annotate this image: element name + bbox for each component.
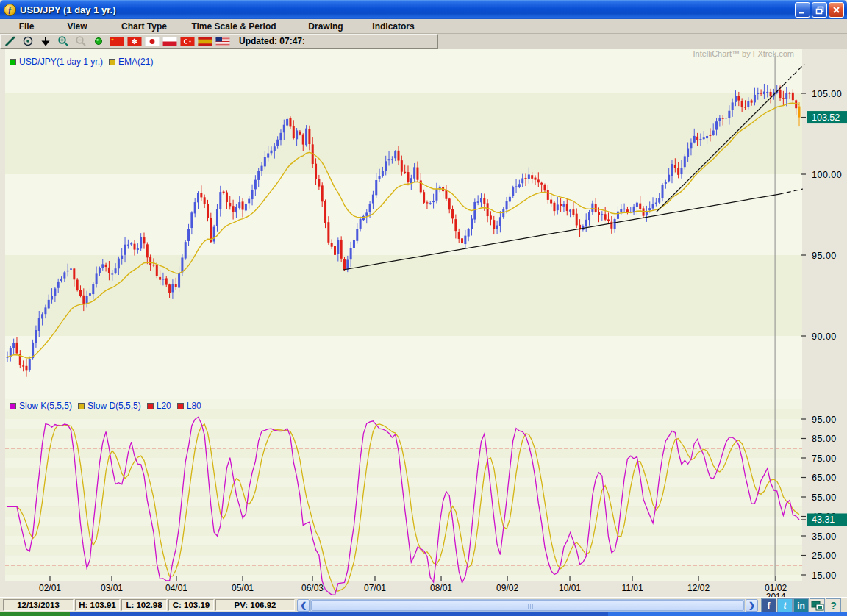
price-legend-item: EMA(21) [109,57,153,67]
stoch-axis-label: 65.00 [812,473,837,483]
stoch-legend-label: L20 [157,401,171,411]
x-axis-label: 09/02 [496,583,518,593]
chart-region: 105.00100.0095.0090.0095.0085.0075.0065.… [0,49,847,597]
x-axis-label: 04/01 [165,583,187,593]
app-icon: ƒ [4,4,16,16]
x-axis-label: 08/01 [430,583,452,593]
x-axis-label: 07/01 [364,583,386,593]
window-title: USD/JPY (1 day 1 yr.) [20,4,116,15]
green-dot-icon[interactable] [90,35,107,47]
draw-line-icon[interactable] [2,35,18,47]
price-legend-label: EMA(21) [118,57,153,67]
taskbar-tray-edge [608,612,847,616]
start-button-edge[interactable] [0,612,70,616]
current-price-box-label: 103.52 [812,112,840,123]
x-axis-label: 05/01 [232,583,254,593]
flag-usa-icon[interactable] [215,36,230,46]
linkedin-icon[interactable]: in [793,598,809,612]
price-legend: USD/JPY(1 day 1 yr.)EMA(21) [10,57,153,67]
stoch-legend-label: L80 [187,401,201,411]
stoch-axis-label: 55.00 [812,493,837,503]
x-axis-label: 10/01 [559,583,581,593]
status-low: L: 102.98 [121,599,167,611]
stoch-legend-item: L80 [177,401,201,411]
price-legend-label: USD/JPY(1 day 1 yr.) [19,57,103,67]
x-axis-label: 12/02 [687,583,710,593]
scrollbar-track[interactable] [310,599,745,612]
menu-bar: File View Chart Type Time Scale & Period… [0,19,847,34]
svg-text:✽: ✽ [131,37,137,46]
close-icon[interactable] [829,2,844,18]
menu-view[interactable]: View [53,19,101,34]
legend-swatch-icon [78,403,85,409]
stoch-axis-label: 75.00 [812,454,837,464]
price-axis-label: 105.00 [812,89,842,99]
flag-china-icon[interactable] [109,36,124,46]
legend-swatch-icon [109,59,115,65]
current-stoch-box-label: 43.31 [812,515,835,525]
price-legend-item: USD/JPY(1 day 1 yr.) [10,57,103,67]
stoch-legend-label: Slow K(5,5,5) [19,401,72,411]
chart-window-icon[interactable] [810,598,825,612]
status-high: H: 103.91 [75,599,120,611]
app-window: ƒ USD/JPY (1 day 1 yr.) File View Chart … [0,0,847,616]
facebook-icon[interactable]: f [761,598,776,612]
flag-hong-kong-icon[interactable]: ✽ [126,36,142,46]
taskbar-sliver[interactable] [0,612,847,616]
zoom-in-icon[interactable] [55,35,71,47]
stoch-axis-label: 15.00 [812,570,837,581]
flag-japan-icon[interactable] [144,36,160,46]
minimize-button[interactable] [795,2,810,18]
chart-background [0,49,847,597]
title-bar[interactable]: ƒ USD/JPY (1 day 1 yr.) [0,0,847,19]
legend-swatch-icon [177,403,184,409]
current-price-box: 103.52 [801,111,847,123]
twitter-icon[interactable]: t [777,598,793,612]
stoch-legend-item: Slow K(5,5,5) [10,401,72,411]
stoch-legend: Slow K(5,5,5)Slow D(5,5,5)L20L80 [10,401,201,411]
stoch-axis-label: 25.00 [812,551,837,561]
x-axis-label: 06/03 [301,583,324,593]
stoch-legend-item: L20 [147,401,171,411]
stoch-axis-label: 35.00 [812,531,837,542]
stoch-legend-label: Slow D(5,5,5) [87,401,141,411]
menu-indicators[interactable]: Indicators [371,19,416,34]
help-icon[interactable]: ? [826,598,841,612]
x-axis-label: 03/01 [101,583,123,593]
zoom-out-icon[interactable] [73,35,89,47]
price-axis-label: 95.00 [812,251,837,261]
status-date: 12/13/2013 [3,599,74,611]
x-axis-label: 11/01 [621,583,643,593]
legend-swatch-icon [147,403,154,409]
menu-chart-type[interactable]: Chart Type [101,19,187,34]
status-pivot: PV: 106.92 [215,599,295,611]
down-arrow-icon[interactable] [37,35,54,47]
watermark: IntelliChart™ by FXtrek.com [693,49,794,58]
menu-time-scale-period[interactable]: Time Scale & Period [187,19,281,34]
flag-turkey-icon[interactable] [179,36,195,46]
status-bar: 12/13/2013 H: 103.91 L: 102.98 C: 103.19… [0,597,847,612]
toolbar: ✽ Updated: 07:47:37 [0,34,847,49]
updated-timestamp: Updated: 07:47:37 [239,36,304,46]
legend-swatch-icon [10,403,16,409]
chart-canvas[interactable]: 105.00100.0095.0090.0095.0085.0075.0065.… [0,49,847,597]
menu-file[interactable]: File [0,19,53,34]
menu-drawing[interactable]: Drawing [281,19,371,34]
x-axis-year-label: 2014 [766,592,786,597]
price-axis-label: 100.00 [812,170,842,180]
price-axis-label: 90.00 [812,332,837,342]
x-axis-label: 02/01 [39,583,61,593]
scrollbar-thumb[interactable] [311,600,744,611]
toolbar-separator [235,36,235,46]
legend-swatch-icon [10,59,16,65]
current-stoch-box: 43.31 [801,513,847,526]
stoch-axis-label: 85.00 [812,434,837,444]
scroll-right-button[interactable]: ❯ [746,599,758,612]
target-icon[interactable] [20,35,36,47]
stoch-legend-item: Slow D(5,5,5) [78,401,141,411]
flag-poland-icon[interactable] [162,36,177,46]
status-close: C: 103.19 [168,599,214,611]
flag-spain-icon[interactable] [197,36,212,46]
scroll-left-button[interactable]: ❮ [297,599,310,612]
restore-button[interactable] [812,2,827,18]
